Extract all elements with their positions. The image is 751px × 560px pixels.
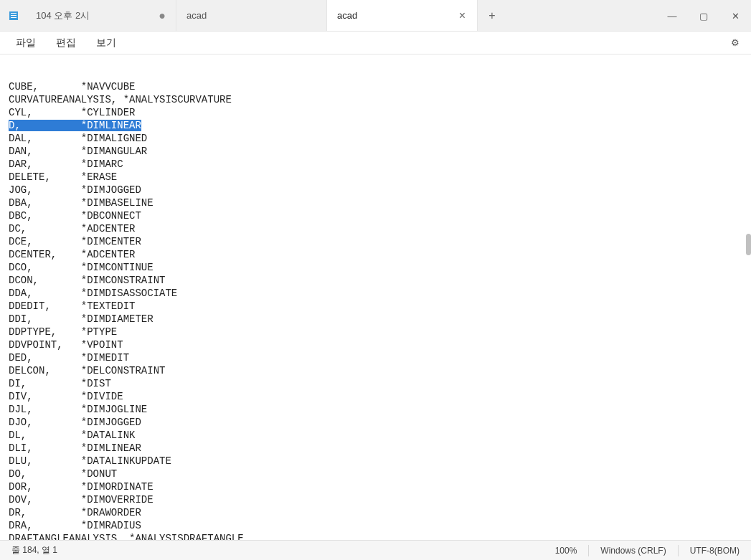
new-tab-button[interactable]: +	[478, 0, 506, 31]
editor-line: DO, *DONUT	[9, 468, 742, 480]
editor-line: DLI, *DIMLINEAR	[9, 442, 742, 455]
editor-line: DIV, *DIVIDE	[9, 390, 742, 403]
app-icon	[7, 9, 20, 22]
gear-icon: ⚙	[731, 37, 740, 48]
editor-line: DAN, *DIMANGULAR	[9, 145, 742, 158]
editor-line: DBA, *DIMBASELINE	[9, 196, 742, 209]
svg-rect-2	[11, 15, 16, 16]
editor-line: DDI, *DIMDIAMETER	[9, 313, 742, 326]
close-window-button[interactable]: ✕	[719, 0, 751, 32]
maximize-button[interactable]: ▢	[688, 0, 719, 32]
editor-line: DJL, *DIMJOGLINE	[9, 403, 742, 416]
maximize-icon: ▢	[699, 11, 708, 22]
editor-line: DELCON, *DELCONSTRAINT	[9, 364, 742, 377]
editor-line: DRA, *DIMRADIUS	[9, 519, 742, 532]
minimize-icon: —	[668, 11, 677, 22]
editor-area[interactable]: CUBE, *NAVVCUBECURVATUREANALYSIS, *ANALY…	[0, 54, 751, 540]
editor-line: DELETE, *ERASE	[9, 171, 742, 184]
editor-line: DLU, *DATALINKUPDATE	[9, 455, 742, 468]
editor-line: DCE, *DIMCENTER	[9, 235, 742, 248]
line-ending[interactable]: Windows (CRLF)	[589, 546, 677, 556]
editor-line: DDEDIT, *TEXTEDIT	[9, 300, 742, 313]
encoding[interactable]: UTF-8(BOM)	[679, 546, 751, 556]
editor-line: DDVPOINT, *VPOINT	[9, 338, 742, 351]
editor-line: DOV, *DIMOVERRIDE	[9, 493, 742, 506]
menu-item-0[interactable]: 파일	[6, 34, 46, 52]
editor-line: D, *DIMLINEAR	[9, 119, 742, 132]
tab-title: acad	[337, 10, 452, 21]
tab-title: 104 오후 2시	[36, 9, 153, 22]
tab-2[interactable]: acad×	[327, 0, 478, 31]
svg-rect-1	[11, 13, 16, 14]
plus-icon: +	[488, 9, 495, 22]
tab-close-icon[interactable]: ×	[458, 9, 467, 22]
settings-button[interactable]: ⚙	[725, 34, 745, 51]
editor-line: DED, *DIMEDIT	[9, 351, 742, 364]
minimize-button[interactable]: —	[656, 0, 688, 32]
editor-line: DDA, *DIMDISASSOCIATE	[9, 287, 742, 300]
modified-indicator: ●	[159, 9, 166, 22]
editor-line: CYL, *CYLINDER	[9, 106, 742, 119]
titlebar: 104 오후 2시●acadacad× + — ▢ ✕	[0, 0, 751, 32]
editor-line: DOR, *DIMORDINATE	[9, 480, 742, 493]
cursor-position[interactable]: 줄 184, 열 1	[0, 544, 69, 556]
window-controls: — ▢ ✕	[656, 0, 751, 31]
statusbar: 줄 184, 열 1 100% Windows (CRLF) UTF-8(BOM…	[0, 540, 751, 560]
svg-rect-3	[11, 17, 16, 18]
selection: D, *DIMLINEAR	[9, 120, 141, 131]
editor-line: DI, *DIST	[9, 377, 742, 390]
editor-line: DCENTER, *ADCENTER	[9, 248, 742, 261]
close-window-icon: ✕	[732, 11, 740, 22]
scrollbar-thumb[interactable]	[746, 234, 751, 255]
editor-line: DRAFTANGLEANALYSIS, *ANALYSISDRAFTANGLE	[9, 532, 742, 540]
editor-line: DAR, *DIMARC	[9, 158, 742, 171]
editor-line: DJO, *DIMJOGGED	[9, 416, 742, 429]
tab-1[interactable]: acad	[176, 0, 327, 31]
menu-item-2[interactable]: 보기	[86, 34, 126, 52]
editor-line: DR, *DRAWORDER	[9, 506, 742, 519]
zoom-level[interactable]: 100%	[544, 546, 589, 556]
menu-item-1[interactable]: 편집	[46, 34, 86, 52]
editor-line: DDPTYPE, *PTYPE	[9, 326, 742, 338]
editor-line: CURVATUREANALYSIS, *ANALYSISCURVATURE	[9, 93, 742, 106]
editor-line: DAL, *DIMALIGNED	[9, 132, 742, 145]
editor-line: DL, *DATALINK	[9, 429, 742, 442]
editor-line: JOG, *DIMJOGGED	[9, 184, 742, 196]
editor-line: CUBE, *NAVVCUBE	[9, 80, 742, 93]
menubar: 파일편집보기 ⚙	[0, 32, 751, 54]
editor-line: DBC, *DBCONNECT	[9, 209, 742, 222]
tab-0[interactable]: 104 오후 2시●	[26, 0, 176, 31]
tab-title: acad	[186, 10, 316, 21]
editor-line: DC, *ADCENTER	[9, 222, 742, 235]
editor-line: DCO, *DIMCONTINUE	[9, 261, 742, 274]
editor-line: DCON, *DIMCONSTRAINT	[9, 274, 742, 287]
